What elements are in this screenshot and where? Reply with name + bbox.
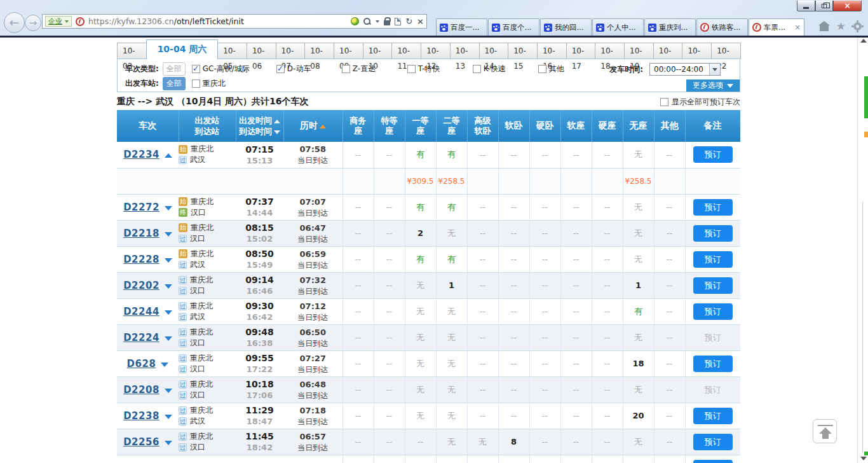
certificate-page-icon[interactable] xyxy=(395,18,401,25)
train-type-all-button[interactable]: 全部 xyxy=(163,62,186,76)
browser-tab[interactable]: 车票...× xyxy=(749,18,804,36)
date-tab[interactable]: 10-06 xyxy=(247,43,276,59)
expand-caret-icon[interactable] xyxy=(165,232,172,237)
browser-tab[interactable]: 个人中... xyxy=(592,18,644,36)
date-tab[interactable]: 10-14 xyxy=(479,43,509,59)
browser-tab[interactable]: 百度一... xyxy=(436,18,487,36)
book-button[interactable]: 预订 xyxy=(693,303,733,320)
close-button[interactable]: × xyxy=(833,1,862,11)
date-tab[interactable]: 10-03 xyxy=(117,43,147,59)
settings-gear-icon[interactable] xyxy=(853,22,862,31)
scrollbar-track[interactable] xyxy=(862,202,863,453)
train-number-link[interactable]: D2202 xyxy=(123,280,159,291)
date-tab[interactable]: 10-11 xyxy=(391,43,421,59)
date-tab[interactable]: 10-09 xyxy=(334,43,363,59)
expand-caret-icon[interactable] xyxy=(165,206,172,211)
minimize-button[interactable] xyxy=(797,1,815,11)
date-tab[interactable]: 10-05 xyxy=(217,43,247,59)
book-button[interactable]: 预订 xyxy=(693,146,733,163)
expand-caret-icon[interactable] xyxy=(165,389,172,393)
home-icon[interactable] xyxy=(820,25,829,31)
select-dropdown-button[interactable] xyxy=(709,64,720,75)
train-number-link[interactable]: D2256 xyxy=(123,436,159,448)
browser-tab[interactable]: 百度个... xyxy=(488,18,539,36)
train-number-link[interactable]: D2234 xyxy=(123,149,159,160)
checkbox[interactable] xyxy=(407,65,416,73)
refresh-icon[interactable]: ↻ xyxy=(405,17,412,25)
checkbox[interactable] xyxy=(473,65,481,73)
col-header-seat[interactable]: 其他 xyxy=(654,110,685,142)
address-bar[interactable]: 企业 https://kyfw.12306.cn/otn/leftTicket/… xyxy=(42,14,427,29)
back-button[interactable]: ← xyxy=(4,12,25,33)
date-tab[interactable]: 10-10 xyxy=(363,43,393,59)
restore-button[interactable] xyxy=(815,1,833,11)
expand-caret-icon[interactable] xyxy=(165,284,172,289)
col-header-seat[interactable]: 软座 xyxy=(560,110,592,142)
date-tab[interactable]: 10-13 xyxy=(450,43,480,59)
col-header-note[interactable]: 备注 xyxy=(685,110,740,142)
col-header-seat[interactable]: 特等座 xyxy=(374,110,405,142)
train-number-link[interactable]: D628 xyxy=(127,358,156,370)
train-number-link[interactable]: D2272 xyxy=(123,202,159,213)
date-tab[interactable]: 10-08 xyxy=(304,43,334,59)
book-button[interactable]: 预订 xyxy=(693,408,733,424)
date-tab-active[interactable]: 10-04 周六 xyxy=(146,39,219,59)
col-header-seat[interactable]: 硬卧 xyxy=(529,110,560,142)
train-number-link[interactable]: D2228 xyxy=(123,254,159,265)
show-all-checkbox[interactable] xyxy=(660,98,668,106)
date-tab[interactable]: 10-20 xyxy=(653,43,683,59)
train-type-checkbox-item[interactable]: D-动车 xyxy=(276,64,337,74)
col-header-seat[interactable]: 无座 xyxy=(623,110,654,142)
date-tab[interactable]: 10-21 xyxy=(682,43,712,59)
browser-tab[interactable]: 重庆到... xyxy=(644,18,696,36)
col-header-seat[interactable]: 硬座 xyxy=(592,110,623,142)
col-header-seat[interactable]: 高级软卧 xyxy=(467,110,498,142)
book-button[interactable]: 预订 xyxy=(693,356,733,372)
book-button[interactable]: 预订 xyxy=(693,460,733,463)
sort-asc-icon[interactable] xyxy=(274,120,280,123)
book-button[interactable]: 预订 xyxy=(693,251,733,268)
sort-desc-icon[interactable] xyxy=(274,130,280,134)
date-tab[interactable]: 10-17 xyxy=(566,43,596,59)
date-tab[interactable]: 10-12 xyxy=(421,43,451,59)
train-number-link[interactable]: D2208 xyxy=(123,384,159,396)
col-header-duration[interactable]: 历时 xyxy=(283,110,342,142)
collapse-caret-icon[interactable] xyxy=(165,153,172,158)
forward-button[interactable]: → xyxy=(25,15,41,31)
vertical-scrollbar[interactable] xyxy=(857,38,868,463)
col-header-seat[interactable]: 软卧 xyxy=(498,110,529,142)
date-tab[interactable]: 10-07 xyxy=(276,43,306,59)
date-tab[interactable]: 10-22 xyxy=(711,43,741,59)
scroll-up-icon[interactable] xyxy=(860,39,867,43)
scroll-down-icon[interactable] xyxy=(860,457,867,460)
train-number-link[interactable]: D2224 xyxy=(123,332,159,343)
sort-asc-active-icon[interactable] xyxy=(320,125,326,128)
expand-caret-icon[interactable] xyxy=(165,310,172,315)
date-tab[interactable]: 10-16 xyxy=(537,43,567,59)
train-type-checkbox-item[interactable]: GC-高铁/城际 xyxy=(192,64,271,74)
col-header-times[interactable]: 出发时间到达时间 xyxy=(236,110,283,142)
book-button[interactable]: 预订 xyxy=(693,199,733,216)
checkbox[interactable] xyxy=(192,65,200,73)
col-header-stations[interactable]: 出发站到达站 xyxy=(179,110,236,142)
back-to-top-button[interactable] xyxy=(813,419,837,443)
book-button[interactable]: 预订 xyxy=(693,434,733,450)
train-type-checkbox-item[interactable]: Z-直达 xyxy=(342,64,402,74)
train-number-link[interactable]: D2244 xyxy=(123,306,159,317)
expand-caret-icon[interactable] xyxy=(165,415,172,419)
station-checkbox[interactable] xyxy=(192,79,200,88)
expand-caret-icon[interactable] xyxy=(161,363,168,367)
date-tab[interactable]: 10-15 xyxy=(508,43,538,59)
search-icon[interactable] xyxy=(363,18,371,25)
train-type-checkbox-item[interactable]: T-特快 xyxy=(407,64,468,74)
expand-caret-icon[interactable] xyxy=(165,336,172,341)
compatibility-icon[interactable] xyxy=(351,17,359,25)
zone-dropdown[interactable]: 企业 xyxy=(45,16,72,27)
search-dropdown-icon[interactable] xyxy=(376,20,379,23)
browser-tab[interactable]: 铁路客... xyxy=(696,18,748,36)
checkbox[interactable] xyxy=(538,65,546,73)
col-header-seat[interactable]: 一等座 xyxy=(405,110,436,142)
col-header-seat[interactable]: 商务座 xyxy=(342,110,374,142)
station-checkbox-item[interactable]: 重庆北 xyxy=(192,78,226,89)
book-button[interactable]: 预订 xyxy=(693,277,733,294)
